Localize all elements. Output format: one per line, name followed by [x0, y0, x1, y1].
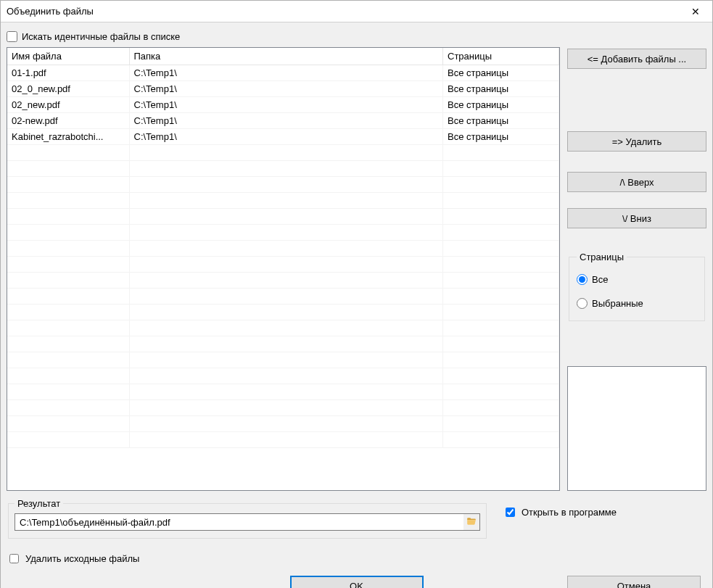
- cell-folder: C:\Temp1\: [129, 129, 443, 145]
- files-table: Имя файла Папка Страницы 01-1.pdfC:\Temp…: [7, 48, 559, 448]
- close-button[interactable]: ✕: [685, 1, 706, 22]
- cell-folder: C:\Temp1\: [129, 81, 443, 97]
- merge-files-dialog: Объединить файлы ✕ Искать идентичные фай…: [0, 0, 713, 588]
- table-row-empty: [7, 145, 559, 161]
- pages-all-input[interactable]: [577, 274, 588, 285]
- table-row-empty: [7, 289, 559, 305]
- table-row[interactable]: 02_0_new.pdfC:\Temp1\Все страницы: [7, 81, 559, 97]
- table-row-empty: [7, 241, 559, 257]
- table-row-empty: [7, 225, 559, 241]
- table-row-empty: [7, 257, 559, 273]
- table-row-empty: [7, 209, 559, 225]
- table-row-empty: [7, 273, 559, 289]
- add-files-button[interactable]: <= Добавить файлы ...: [567, 49, 706, 69]
- table-row-empty: [7, 177, 559, 193]
- search-identical-label: Искать идентичные файлы в списке: [22, 31, 180, 42]
- table-row[interactable]: 02-new.pdfC:\Temp1\Все страницы: [7, 113, 559, 129]
- remove-button[interactable]: => Удалить: [567, 131, 706, 152]
- pages-all-label: Все: [592, 274, 608, 285]
- table-row[interactable]: 02_new.pdfC:\Temp1\Все страницы: [7, 97, 559, 113]
- cell-pages: Все страницы: [443, 65, 559, 81]
- open-in-program-label: Открыть в программе: [522, 507, 617, 518]
- search-identical-checkbox[interactable]: Искать идентичные файлы в списке: [7, 28, 560, 44]
- cancel-button[interactable]: Отмена: [567, 576, 701, 588]
- table-row-empty: [7, 336, 559, 352]
- col-pages[interactable]: Страницы: [443, 48, 559, 65]
- cell-folder: C:\Temp1\: [129, 97, 443, 113]
- table-row-empty: [7, 400, 559, 416]
- table-row-empty: [7, 305, 559, 320]
- delete-source-checkbox[interactable]: Удалить исходные файлы: [7, 552, 706, 566]
- cell-folder: C:\Temp1\: [129, 65, 443, 81]
- files-table-container: Имя файла Папка Страницы 01-1.pdfC:\Temp…: [7, 47, 560, 491]
- col-filename[interactable]: Имя файла: [7, 48, 129, 65]
- col-folder[interactable]: Папка: [129, 48, 443, 65]
- delete-source-input[interactable]: [9, 554, 19, 563]
- cell-pages: Все страницы: [443, 129, 559, 145]
- table-row-empty: [7, 432, 559, 448]
- cell-filename: 02-new.pdf: [7, 113, 129, 129]
- move-down-button[interactable]: \/ Вниз: [567, 208, 706, 228]
- table-row[interactable]: Kabinet_razrabotchi...C:\Temp1\Все стран…: [7, 129, 559, 145]
- cell-pages: Все страницы: [443, 81, 559, 97]
- cell-filename: Kabinet_razrabotchi...: [7, 129, 129, 145]
- pages-legend: Страницы: [577, 252, 627, 262]
- pages-selected-radio[interactable]: Выбранные: [577, 298, 697, 309]
- search-identical-input[interactable]: [7, 31, 17, 42]
- cell-pages: Все страницы: [443, 97, 559, 113]
- preview-box: [567, 366, 706, 491]
- delete-source-label: Удалить исходные файлы: [25, 553, 139, 564]
- open-in-program-checkbox[interactable]: Открыть в программе: [503, 505, 617, 519]
- cell-folder: C:\Temp1\: [129, 113, 443, 129]
- table-row[interactable]: 01-1.pdfC:\Temp1\Все страницы: [7, 65, 559, 81]
- result-path-input[interactable]: [15, 513, 480, 531]
- table-row-empty: [7, 161, 559, 177]
- titlebar: Объединить файлы ✕: [1, 1, 712, 22]
- table-row-empty: [7, 352, 559, 368]
- pages-selected-label: Выбранные: [592, 298, 643, 309]
- pages-all-radio[interactable]: Все: [577, 274, 697, 285]
- table-row-empty: [7, 384, 559, 400]
- cell-pages: Все страницы: [443, 113, 559, 129]
- result-legend: Результат: [15, 498, 63, 509]
- result-group: Результат: [8, 498, 487, 539]
- cell-filename: 02_new.pdf: [7, 97, 129, 113]
- move-up-button[interactable]: /\ Вверх: [567, 172, 706, 192]
- ok-button[interactable]: OK: [290, 576, 424, 588]
- pages-selected-input[interactable]: [577, 298, 588, 309]
- close-icon: ✕: [691, 6, 700, 17]
- browse-button[interactable]: [463, 514, 479, 530]
- folder-open-icon: [466, 516, 477, 529]
- window-title: Объединить файлы: [7, 6, 94, 17]
- table-row-empty: [7, 320, 559, 336]
- table-row-empty: [7, 193, 559, 209]
- cell-filename: 01-1.pdf: [7, 65, 129, 81]
- table-row-empty: [7, 416, 559, 432]
- dialog-body: Искать идентичные файлы в списке Имя фай…: [1, 22, 712, 588]
- cell-filename: 02_0_new.pdf: [7, 81, 129, 97]
- table-row-empty: [7, 368, 559, 384]
- pages-group: Страницы Все Выбранные: [569, 252, 705, 321]
- bottom-bar: OK Отмена: [7, 573, 706, 588]
- open-in-program-input[interactable]: [506, 508, 515, 517]
